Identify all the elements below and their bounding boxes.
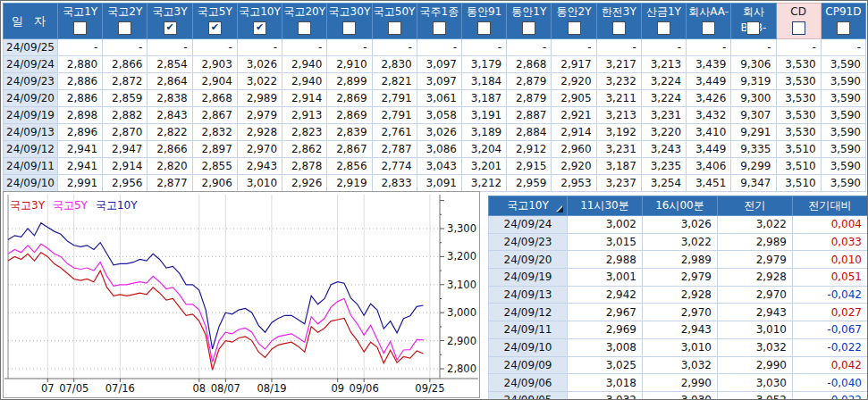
value-cell: -	[596, 39, 641, 56]
column-header[interactable]: 국고20Y	[282, 4, 327, 39]
column-header[interactable]: 국고10Y✔	[237, 4, 282, 39]
value-cell: 3,026	[417, 124, 461, 141]
column-header[interactable]: 한전3Y	[596, 4, 641, 39]
prev-value-cell: 3,030	[718, 374, 793, 392]
value-cell: 2,979	[237, 107, 282, 124]
prev-value-cell: 3,032	[718, 338, 793, 356]
column-checkbox-checked[interactable]: ✔	[164, 21, 177, 35]
detail-column-header[interactable]: 11시30분	[568, 196, 643, 216]
column-header[interactable]: 국주1종	[417, 4, 461, 39]
date-column-header[interactable]: 일 자	[4, 4, 58, 39]
value-cell: 3,530	[776, 107, 821, 124]
detail-column-header[interactable]: 16시00분	[643, 196, 718, 216]
value-cell: -	[417, 39, 461, 56]
change-cell: -0,022	[793, 391, 868, 400]
column-checkbox[interactable]	[118, 21, 131, 35]
date-cell: 24/09/23	[489, 233, 568, 251]
column-checkbox[interactable]	[612, 21, 626, 35]
x-tick-label: 09/25	[415, 382, 444, 395]
column-checkbox[interactable]	[657, 21, 670, 35]
column-label: 국고20Y	[282, 4, 326, 20]
column-label: 국고2Y	[103, 4, 147, 20]
detail-column-header[interactable]: 국고10Y	[489, 196, 568, 216]
column-header[interactable]: 국고5Y✔	[192, 4, 237, 39]
date-cell: 24/09/23	[4, 73, 58, 90]
value-cell: 2,791	[372, 90, 417, 107]
column-header[interactable]: 통안91	[461, 4, 506, 39]
column-checkbox[interactable]	[342, 21, 356, 35]
value-cell: 3,449	[687, 141, 731, 158]
table-row: 24/09/102,9912,9562,8772,9063,0102,9262,…	[4, 175, 866, 192]
column-header[interactable]: 통안1Y	[507, 4, 552, 39]
change-cell: 0,033	[793, 233, 868, 251]
value-cell: 2,868	[507, 56, 552, 73]
value-cell: 2,914	[103, 158, 147, 175]
column-header[interactable]: CD	[776, 4, 821, 39]
date-cell: 24/09/19	[489, 269, 568, 287]
value-cell: 2,870	[103, 124, 147, 141]
column-label: CP91D	[822, 4, 865, 20]
value-cell: 3,201	[461, 158, 506, 175]
detail-table-row: 24/09/063,0182,9903,030-0,040	[489, 374, 868, 392]
column-header[interactable]: 국고1Y	[58, 4, 103, 39]
table-row: 24/09/202,8862,8592,8382,8682,9892,9142,…	[4, 90, 866, 107]
column-checkbox[interactable]	[477, 21, 491, 35]
column-checkbox[interactable]	[433, 21, 446, 35]
column-checkbox-checked[interactable]: ✔	[253, 21, 266, 35]
column-checkbox[interactable]	[73, 21, 87, 35]
column-header[interactable]: 국고3Y✔	[147, 4, 192, 39]
value-cell: 2,886	[58, 90, 103, 107]
detail-table-row: 24/09/093,0253,0322,9900,042	[489, 356, 868, 374]
date-cell: 24/09/25	[4, 39, 58, 56]
value-cell: 3,510	[776, 175, 821, 192]
column-label: 한전3Y	[597, 4, 641, 20]
sort-icon[interactable]	[557, 206, 563, 212]
date-cell: 24/09/19	[4, 107, 58, 124]
daily-table-header-row: 일 자국고1Y국고2Y국고3Y✔국고5Y✔국고10Y✔국고20Y국고30Y국고5…	[4, 4, 866, 39]
column-header[interactable]: 회사BBB-	[731, 4, 776, 39]
value-cell: 3,530	[776, 90, 821, 107]
column-checkbox[interactable]	[837, 21, 850, 35]
value-cell: 3,192	[596, 124, 641, 141]
column-checkbox-checked[interactable]: ✔	[208, 21, 222, 35]
column-checkbox[interactable]	[746, 21, 760, 35]
value-cell: -	[641, 39, 686, 56]
column-checkbox[interactable]	[792, 21, 805, 35]
detail-table-row: 24/09/132,9422,9282,970-0,042	[489, 286, 868, 304]
yield-chart-panel[interactable]: 2,8002,9003,0003,1003,2003,3000707/0507/…	[3, 191, 480, 398]
yield-chart[interactable]: 2,8002,9003,0003,1003,2003,3000707/0507/…	[4, 192, 479, 397]
detail-column-header[interactable]: 전기	[718, 196, 793, 216]
column-checkbox[interactable]	[388, 21, 401, 35]
x-tick-label: 08/19	[257, 382, 286, 395]
detail-column-header[interactable]: 전기대비	[793, 196, 868, 216]
value-cell: 2,903	[192, 56, 237, 73]
column-header[interactable]: 국고2Y	[103, 4, 147, 39]
date-cell: 24/09/20	[489, 251, 568, 269]
date-cell: 24/09/13	[4, 124, 58, 141]
value-cell: -	[372, 39, 417, 56]
column-header[interactable]: 산금1Y	[641, 4, 686, 39]
value-1130-cell: 2,967	[568, 304, 643, 321]
value-1600-cell: 3,032	[643, 356, 718, 374]
column-header[interactable]: 국고50Y	[372, 4, 417, 39]
date-cell: 24/09/10	[4, 175, 58, 192]
column-checkbox[interactable]	[568, 21, 581, 35]
value-cell: 2,943	[237, 158, 282, 175]
value-cell: 3,213	[641, 56, 686, 73]
value-cell: 2,832	[192, 124, 237, 141]
value-cell: 2,940	[282, 56, 327, 73]
column-header[interactable]: 국고30Y	[327, 4, 372, 39]
value-1600-cell: 3,026	[643, 216, 718, 234]
column-checkbox[interactable]	[702, 21, 715, 35]
column-header[interactable]: 회사AA-	[687, 4, 731, 39]
value-cell: -	[327, 39, 372, 56]
column-checkbox[interactable]	[522, 21, 535, 35]
column-checkbox[interactable]	[298, 21, 311, 35]
value-cell: 3,179	[461, 56, 506, 73]
daily-yield-table: 일 자국고1Y국고2Y국고3Y✔국고5Y✔국고10Y✔국고20Y국고30Y국고5…	[3, 3, 866, 192]
value-cell: 2,991	[58, 175, 103, 192]
column-header[interactable]: CP91D	[821, 4, 865, 39]
column-header[interactable]: 통안2Y	[552, 4, 596, 39]
value-cell: 2,823	[282, 124, 327, 141]
date-cell: 24/09/11	[4, 158, 58, 175]
